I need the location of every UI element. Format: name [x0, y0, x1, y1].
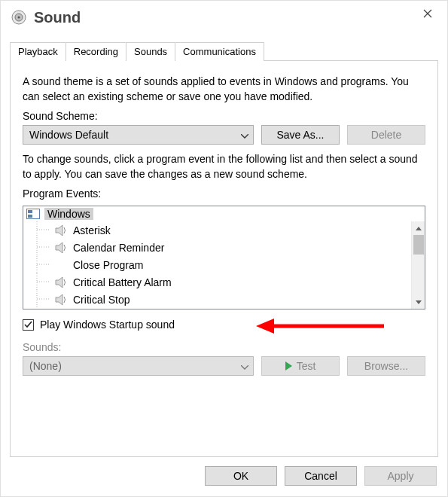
- save-as-button[interactable]: Save As...: [261, 125, 340, 145]
- scroll-up-icon[interactable]: [412, 221, 425, 235]
- event-item[interactable]: Close Program: [31, 256, 425, 273]
- sound-window: Sound Playback Recording Sounds Communic…: [0, 0, 448, 497]
- svg-marker-19: [256, 319, 274, 334]
- tree-connector: [31, 221, 53, 239]
- test-button-label: Test: [297, 360, 316, 372]
- sound-app-icon: [11, 10, 26, 25]
- sounds-label: Sounds:: [23, 341, 425, 353]
- event-item-label: Close Program: [73, 259, 143, 271]
- program-events-listbox[interactable]: Windows AsteriskCalendar ReminderClose P…: [23, 206, 425, 309]
- event-item-label: Asterisk: [73, 224, 111, 236]
- speaker-icon: [55, 294, 69, 305]
- dialog-footer: OK Cancel Apply: [1, 457, 447, 496]
- events-body: AsteriskCalendar ReminderClose ProgramCr…: [23, 221, 425, 309]
- sounds-value: (None): [29, 360, 62, 372]
- svg-point-2: [18, 17, 20, 19]
- event-item[interactable]: Calendar Reminder: [31, 239, 425, 256]
- annotation-arrow-icon: [256, 316, 384, 337]
- event-item-label: Calendar Reminder: [73, 242, 164, 254]
- sounds-tabpanel: A sound theme is a set of sounds applied…: [10, 60, 438, 457]
- scheme-combobox[interactable]: Windows Default: [23, 125, 254, 145]
- chevron-down-icon: [241, 360, 248, 372]
- event-item-label: Critical Battery Alarm: [73, 276, 172, 288]
- speaker-icon: [55, 242, 69, 253]
- tab-strip: Playback Recording Sounds Communications: [10, 41, 438, 60]
- theme-description: A sound theme is a set of sounds applied…: [23, 75, 425, 104]
- svg-rect-7: [28, 215, 32, 218]
- svg-rect-6: [28, 210, 32, 213]
- chevron-down-icon: [241, 129, 248, 141]
- events-root-label: Windows: [44, 208, 93, 220]
- browse-button: Browse...: [347, 356, 425, 376]
- tree-connector: [31, 291, 53, 308]
- apply-button: Apply: [364, 466, 437, 486]
- windows-group-icon: [26, 209, 40, 219]
- speaker-icon: [55, 225, 69, 236]
- cancel-button[interactable]: Cancel: [285, 466, 357, 486]
- tab-sounds[interactable]: Sounds: [126, 42, 175, 61]
- play-icon: [285, 361, 292, 370]
- event-item[interactable]: Critical Stop: [31, 291, 425, 308]
- check-icon: [24, 321, 32, 329]
- scroll-thumb[interactable]: [413, 235, 424, 255]
- events-description: To change sounds, click a program event …: [23, 152, 425, 181]
- close-button[interactable]: [408, 1, 447, 26]
- events-root[interactable]: Windows: [23, 206, 425, 221]
- event-item[interactable]: Asterisk: [31, 221, 425, 239]
- event-item[interactable]: Critical Battery Alarm: [31, 273, 425, 291]
- events-label: Program Events:: [23, 188, 425, 200]
- no-sound-icon: [55, 260, 69, 270]
- window-title: Sound: [34, 9, 81, 26]
- tree-connector: [31, 273, 53, 291]
- tree-connector: [31, 256, 53, 273]
- titlebar: Sound: [1, 1, 447, 34]
- ok-button[interactable]: OK: [205, 466, 277, 486]
- close-icon: [423, 9, 432, 18]
- speaker-icon: [55, 277, 69, 288]
- tab-communications[interactable]: Communications: [175, 42, 264, 61]
- event-item-label: Critical Stop: [73, 294, 130, 306]
- scroll-down-icon[interactable]: [412, 295, 425, 309]
- startup-checkbox[interactable]: [23, 319, 34, 331]
- scheme-value: Windows Default: [29, 129, 108, 141]
- delete-button: Delete: [347, 125, 425, 145]
- events-scrollbar[interactable]: [411, 221, 425, 309]
- tab-recording[interactable]: Recording: [66, 42, 126, 61]
- events-tree: AsteriskCalendar ReminderClose ProgramCr…: [23, 221, 425, 308]
- tree-connector: [31, 239, 53, 256]
- scheme-label: Sound Scheme:: [23, 110, 425, 122]
- tab-playback[interactable]: Playback: [10, 42, 66, 61]
- startup-label: Play Windows Startup sound: [40, 319, 175, 331]
- test-button: Test: [261, 356, 340, 376]
- sounds-combobox: (None): [23, 356, 254, 376]
- tab-area: Playback Recording Sounds Communications…: [1, 34, 447, 457]
- startup-sound-row: Play Windows Startup sound: [23, 319, 425, 331]
